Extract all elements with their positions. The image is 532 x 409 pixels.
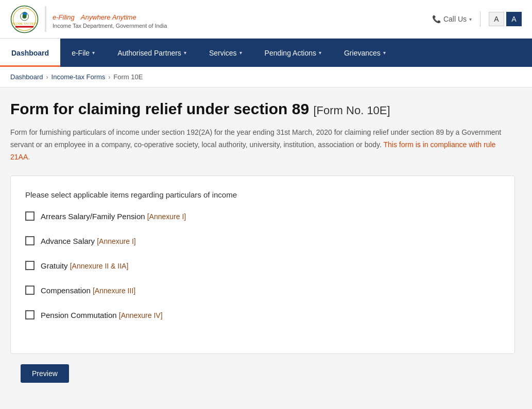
checkbox-item-compensation: Compensation [Annexure III] (25, 286, 500, 295)
logo-divider (45, 6, 46, 32)
svg-text:INCOME TAX DEPT: INCOME TAX DEPT (12, 22, 38, 25)
checkbox-item-arrears: Arrears Salary/Family Pension [Annexure … (25, 211, 500, 221)
brand-name: e-Filing (53, 13, 75, 21)
logo-subtitle: Income Tax Department, Government of Ind… (53, 23, 167, 29)
checkbox-item-advance: Advance Salary [Annexure I] (25, 236, 500, 245)
nav-pending-label: Pending Actions (265, 49, 316, 57)
logo-brand: e-Filing Anywhere Anytime (53, 9, 167, 23)
preview-button[interactable]: Preview (21, 364, 69, 383)
checkbox-compensation-label: Compensation [Annexure III] (41, 286, 135, 295)
nav-item-grievances[interactable]: Grievances ▾ (333, 39, 397, 67)
page-title: Form for claiming relief under section 8… (10, 100, 522, 118)
checkbox-compensation[interactable] (25, 286, 35, 295)
call-us-button[interactable]: 📞 Call Us ▾ (432, 15, 472, 23)
emblem-icon: 🔵 INCOME TAX DEPT (10, 5, 39, 33)
breadcrumb: Dashboard › Income-tax Forms › Form 10E (0, 67, 532, 87)
annexure-gratuity-tag: [Annexure II & IIA] (70, 262, 129, 270)
nav-dashboard-label: Dashboard (11, 49, 49, 57)
breadcrumb-income-tax-forms[interactable]: Income-tax Forms (52, 73, 106, 81)
font-decrease-button[interactable]: A (489, 12, 504, 26)
font-small-label: A (494, 15, 499, 23)
breadcrumb-current: Form 10E (113, 73, 143, 81)
nav-item-dashboard[interactable]: Dashboard (0, 39, 60, 67)
nav-item-pending-actions[interactable]: Pending Actions ▾ (253, 39, 333, 67)
breadcrumb-sep-2: › (108, 74, 110, 81)
nav-services-chevron: ▾ (239, 50, 242, 56)
nav-grievances-label: Grievances (344, 49, 381, 57)
logo-area: 🔵 INCOME TAX DEPT e-Filing Anywhere Anyt… (10, 5, 167, 33)
header-divider (480, 11, 480, 27)
font-large-label: A (511, 15, 516, 23)
nav-efile-chevron: ▾ (92, 50, 95, 56)
navbar: Dashboard e-File ▾ Authorised Partners ▾… (0, 39, 532, 67)
checkbox-pension[interactable] (25, 310, 35, 319)
nav-efile-label: e-File (72, 49, 90, 57)
breadcrumb-sep-1: › (46, 74, 48, 81)
svg-point-4 (23, 14, 27, 19)
nav-authorised-label: Authorised Partners (117, 49, 181, 57)
nav-item-authorised-partners[interactable]: Authorised Partners ▾ (106, 39, 198, 67)
nav-grievances-chevron: ▾ (383, 50, 386, 56)
header-actions: 📞 Call Us ▾ A A (432, 11, 522, 27)
call-us-label: Call Us (443, 15, 467, 23)
checkbox-gratuity-label: Gratuity [Annexure II & IIA] (41, 261, 128, 270)
checkbox-item-pension: Pension Commutation [Annexure IV] (25, 310, 500, 319)
page-title-text: Form for claiming relief under section 8… (10, 100, 309, 117)
nav-authorised-chevron: ▾ (184, 50, 186, 56)
page-description: Form for furnishing particulars of incom… (10, 127, 515, 163)
checkbox-arrears[interactable] (25, 211, 35, 221)
form-instruction: Please select applicable items regarding… (25, 190, 500, 199)
svg-point-0 (11, 6, 38, 32)
checkbox-advance-label: Advance Salary [Annexure I] (41, 237, 136, 245)
nav-item-efile[interactable]: e-File ▾ (60, 39, 106, 67)
brand-tagline: Anywhere Anytime (81, 13, 136, 21)
annexure-compensation-tag: [Annexure III] (93, 287, 135, 295)
form-number: [Form No. 10E] (313, 104, 390, 117)
font-increase-button[interactable]: A (506, 12, 522, 26)
checkbox-pension-label: Pension Commutation [Annexure IV] (41, 311, 163, 319)
checkbox-arrears-label: Arrears Salary/Family Pension [Annexure … (41, 212, 186, 221)
form-card: Please select applicable items regarding… (10, 175, 515, 354)
breadcrumb-dashboard[interactable]: Dashboard (10, 73, 43, 81)
annexure-advance-tag: [Annexure I] (97, 237, 136, 245)
font-size-controls: A A (489, 12, 522, 26)
logo-text: e-Filing Anywhere Anytime Income Tax Dep… (53, 9, 167, 29)
nav-item-services[interactable]: Services ▾ (198, 39, 253, 67)
checkbox-item-gratuity: Gratuity [Annexure II & IIA] (25, 261, 500, 270)
main-content: Form for claiming relief under section 8… (0, 87, 532, 409)
checkbox-advance[interactable] (25, 236, 35, 245)
nav-pending-chevron: ▾ (319, 50, 321, 56)
annexure-arrears-tag: [Annexure I] (147, 212, 186, 221)
call-us-chevron: ▾ (469, 16, 472, 22)
phone-icon: 📞 (432, 15, 441, 23)
form-footer: Preview (10, 364, 522, 383)
checkbox-gratuity[interactable] (25, 261, 35, 270)
annexure-pension-tag: [Annexure IV] (119, 311, 163, 319)
nav-services-label: Services (209, 49, 237, 57)
header: 🔵 INCOME TAX DEPT e-Filing Anywhere Anyt… (0, 0, 532, 39)
